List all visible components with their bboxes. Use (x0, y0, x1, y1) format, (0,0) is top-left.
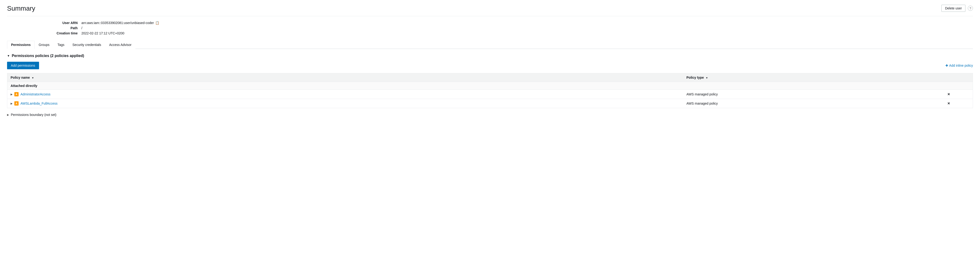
creation-time-label: Creation time (45, 31, 78, 35)
policy-type-cell-2: AWS managed policy (683, 99, 924, 108)
remove-policy-icon-1[interactable]: ✕ (947, 93, 950, 96)
add-inline-policy-link[interactable]: ✚ Add inline policy (945, 64, 973, 67)
tab-security-credentials[interactable]: Security credentials (68, 41, 105, 49)
permissions-boundary-chevron-icon[interactable]: ▶ (7, 113, 9, 117)
tab-tags[interactable]: Tags (53, 41, 68, 49)
policy-name-cell-2: ▶ A AWSLambda_FullAccess (7, 99, 683, 108)
tab-permissions[interactable]: Permissions (7, 41, 35, 49)
summary-section: User ARN arn:aws:iam::033533902081:user/… (45, 21, 973, 35)
policy-name-sort-icon: ▼ (32, 77, 34, 79)
add-inline-policy-label: Add inline policy (949, 64, 973, 67)
delete-user-button[interactable]: Delete user (942, 5, 966, 12)
policy-type-icon-1: A (14, 92, 19, 96)
permissions-boundary-label: Permissions boundary (not set) (11, 113, 56, 117)
group-header-attached-directly: Attached directly (7, 82, 973, 90)
help-icon[interactable]: ? (968, 6, 973, 11)
table-header-row: Policy name ▼ Policy type ▼ (7, 73, 973, 82)
policy-link-2[interactable]: AWSLambda_FullAccess (21, 102, 57, 105)
permissions-boundary-section: ▶ Permissions boundary (not set) (7, 113, 973, 117)
remove-policy-icon-2[interactable]: ✕ (947, 102, 950, 105)
policy-name-cell-1: ▶ A AdministratorAccess (7, 90, 683, 99)
user-arn-label: User ARN (45, 21, 78, 25)
tab-groups[interactable]: Groups (35, 41, 53, 49)
column-header-action (924, 73, 973, 82)
page-title: Summary (7, 5, 35, 12)
tab-access-advisor[interactable]: Access Advisor (105, 41, 135, 49)
add-permissions-button[interactable]: Add permissions (7, 62, 39, 69)
policy-link-1[interactable]: AdministratorAccess (21, 93, 51, 96)
add-inline-policy-plus-icon: ✚ (945, 64, 948, 67)
policy-type-sort-icon: ▼ (706, 77, 708, 79)
expand-row-2-icon[interactable]: ▶ (11, 102, 13, 105)
user-arn-value: arn:aws:iam::033533902081:user/unbiased-… (81, 21, 159, 25)
column-header-policy-name[interactable]: Policy name ▼ (7, 73, 683, 82)
remove-policy-cell-1: ✕ (924, 90, 973, 99)
path-value: / (81, 26, 82, 30)
creation-time-value: 2022-02-22 17:12 UTC+0200 (81, 31, 124, 35)
section-title: Permissions policies (2 policies applied… (12, 54, 84, 58)
tabs-bar: Permissions Groups Tags Security credent… (7, 41, 973, 49)
group-label-attached-directly: Attached directly (7, 82, 973, 90)
path-label: Path (45, 26, 78, 30)
remove-policy-cell-2: ✕ (924, 99, 973, 108)
copy-arn-icon[interactable]: 📋 (155, 21, 159, 25)
table-row: ▶ A AdministratorAccess AWS managed poli… (7, 90, 973, 99)
section-collapse-icon[interactable]: ▼ (7, 54, 10, 58)
policy-type-icon-2: A (14, 101, 19, 105)
policy-type-cell-1: AWS managed policy (683, 90, 924, 99)
policies-table: Policy name ▼ Policy type ▼ Attached dir… (7, 73, 973, 108)
column-header-policy-type[interactable]: Policy type ▼ (683, 73, 924, 82)
permissions-policies-section: ▼ Permissions policies (2 policies appli… (7, 54, 973, 117)
expand-row-1-icon[interactable]: ▶ (11, 93, 13, 96)
table-row: ▶ A AWSLambda_FullAccess AWS managed pol… (7, 99, 973, 108)
